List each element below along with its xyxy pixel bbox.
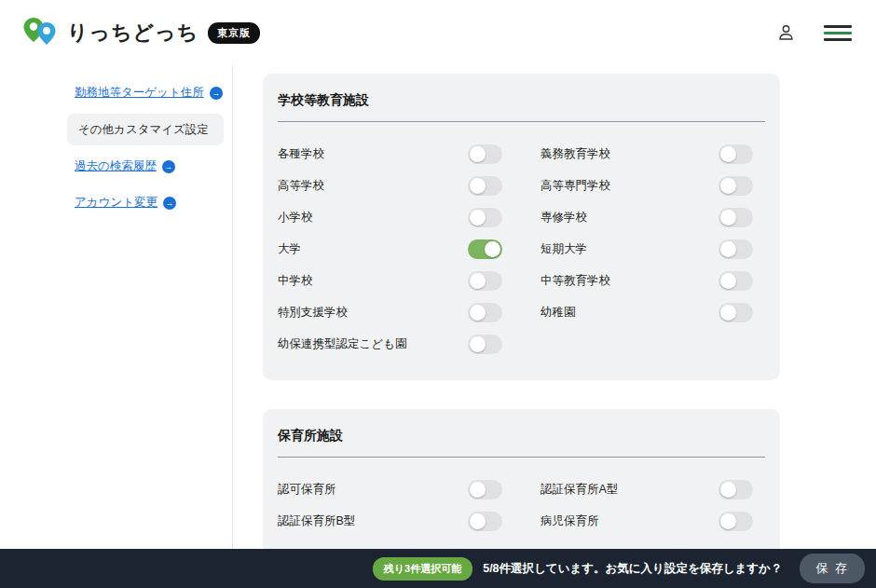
toggle-switch[interactable] xyxy=(719,271,753,291)
section-title: 保育所施設 xyxy=(278,425,765,444)
toggle-label: 中学校 xyxy=(278,273,313,289)
toggle-switch[interactable] xyxy=(468,335,502,354)
toggle-label: 病児保育所 xyxy=(541,513,599,529)
toggle-switch[interactable] xyxy=(719,303,753,322)
facility-card-schools: 学校等教育施設 各種学校義務教育学校高等学校高等専門学校小学校専修学校大学短期大… xyxy=(263,74,780,380)
selection-status-message: 5/8件選択しています。お気に入り設定を保存しますか？ xyxy=(483,561,782,577)
toggle-label: 義務教育学校 xyxy=(541,146,610,162)
toggle-grid: 各種学校義務教育学校高等学校高等専門学校小学校専修学校大学短期大学中学校中等教育… xyxy=(278,138,765,360)
toggle-switch[interactable] xyxy=(719,208,753,227)
sidebar-item-account-change[interactable]: アカウント変更 → xyxy=(67,185,224,221)
toggle-knob xyxy=(720,273,736,289)
toggle-switch[interactable] xyxy=(719,239,753,259)
sidebar-item-customize-settings[interactable]: その他カスタマイズ設定 xyxy=(67,114,224,145)
sidebar-link-label: 過去の検索履歴 xyxy=(75,158,157,174)
toggle-row: 小学校 xyxy=(278,201,502,233)
sidebar: 勤務地等ターゲット住所 → その他カスタマイズ設定 過去の検索履歴 → アカウン… xyxy=(0,65,233,588)
arrow-right-icon: → xyxy=(162,160,175,173)
toggle-knob xyxy=(720,305,736,321)
toggle-row: 病児保育所 xyxy=(541,505,765,537)
toggle-row: 高等専門学校 xyxy=(541,170,765,201)
toggle-label: 認証保育所A型 xyxy=(541,482,618,498)
toggle-switch[interactable] xyxy=(468,144,502,164)
menu-bar-top xyxy=(824,25,852,28)
toggle-knob xyxy=(470,305,486,321)
section-divider xyxy=(278,457,765,458)
facility-card-nurseries: 保育所施設 認可保育所認証保育所A型認証保育所B型病児保育所 xyxy=(263,409,780,557)
toggle-row: 認証保育所A型 xyxy=(541,473,765,505)
toggle-label: 認証保育所B型 xyxy=(278,513,355,529)
toggle-knob xyxy=(470,146,486,162)
toggle-switch[interactable] xyxy=(468,208,502,227)
toggle-switch[interactable] xyxy=(719,176,753,196)
arrow-right-icon: → xyxy=(210,87,223,100)
map-pins-icon xyxy=(22,17,58,48)
toggle-switch[interactable] xyxy=(468,512,502,531)
toggle-row: 中学校 xyxy=(278,265,502,296)
toggle-row: 認可保育所 xyxy=(278,473,502,505)
toggle-switch[interactable] xyxy=(468,271,502,291)
menu-bar-middle xyxy=(824,32,852,34)
toggle-label: 高等学校 xyxy=(278,178,324,194)
toggle-label: 認可保育所 xyxy=(278,482,336,498)
toggle-switch[interactable] xyxy=(468,239,502,259)
account-icon[interactable] xyxy=(778,24,794,41)
toggle-switch[interactable] xyxy=(468,303,502,322)
toggle-knob xyxy=(720,482,736,498)
toggle-label: 各種学校 xyxy=(278,146,324,162)
toggle-label: 幼保連携型認定こども園 xyxy=(278,336,406,352)
toggle-row: 認証保育所B型 xyxy=(278,505,502,537)
main-content: 学校等教育施設 各種学校義務教育学校高等学校高等専門学校小学校専修学校大学短期大… xyxy=(233,65,876,588)
toggle-knob xyxy=(470,210,486,226)
toggle-label: 中等教育学校 xyxy=(541,273,610,289)
toggle-row: 各種学校 xyxy=(278,138,502,170)
sidebar-item-search-history[interactable]: 過去の検索履歴 → xyxy=(67,148,224,185)
logo-text: りっちどっち xyxy=(67,19,198,47)
toggle-knob xyxy=(470,336,486,352)
toggle-label: 小学校 xyxy=(278,210,313,226)
toggle-knob xyxy=(720,513,736,529)
toggle-knob xyxy=(720,241,736,257)
toggle-knob xyxy=(470,273,486,289)
toggle-label: 高等専門学校 xyxy=(541,178,610,194)
arrow-right-icon: → xyxy=(163,197,176,210)
toggle-row: 専修学校 xyxy=(541,201,765,233)
sidebar-item-target-address[interactable]: 勤務地等ターゲット住所 → xyxy=(67,75,224,111)
toggle-label: 大学 xyxy=(278,241,301,257)
toggle-knob xyxy=(720,210,736,226)
toggle-knob xyxy=(720,178,736,194)
toggle-row: 特別支援学校 xyxy=(278,296,502,328)
logo[interactable]: りっちどっち 東京版 xyxy=(22,17,260,48)
sidebar-active-label: その他カスタマイズ設定 xyxy=(78,122,209,138)
save-button[interactable]: 保 存 xyxy=(800,554,865,583)
toggle-row: 大学 xyxy=(278,233,502,265)
toggle-switch[interactable] xyxy=(719,144,753,164)
toggle-label: 専修学校 xyxy=(541,210,587,226)
toggle-grid: 認可保育所認証保育所A型認証保育所B型病児保育所 xyxy=(278,473,765,537)
logo-edition-badge: 東京版 xyxy=(208,22,260,44)
toggle-switch[interactable] xyxy=(468,480,502,499)
remaining-count-badge: 残り3件選択可能 xyxy=(373,557,472,581)
toggle-row: 高等学校 xyxy=(278,170,502,201)
toggle-label: 短期大学 xyxy=(541,241,587,257)
toggle-knob xyxy=(720,146,736,162)
toggle-knob xyxy=(470,482,486,498)
save-footer-bar: 残り3件選択可能 5/8件選択しています。お気に入り設定を保存しますか？ 保 存 xyxy=(0,549,876,588)
menu-icon[interactable] xyxy=(824,25,852,41)
toggle-row: 短期大学 xyxy=(541,233,765,265)
toggle-knob xyxy=(485,241,500,257)
toggle-row: 中等教育学校 xyxy=(541,265,765,296)
sidebar-link-label: 勤務地等ターゲット住所 xyxy=(75,85,204,101)
toggle-row: 幼保連携型認定こども園 xyxy=(278,328,502,360)
toggle-row: 義務教育学校 xyxy=(541,138,765,170)
toggle-label: 特別支援学校 xyxy=(278,305,348,321)
app-header: りっちどっち 東京版 xyxy=(0,0,876,65)
toggle-switch[interactable] xyxy=(719,512,753,531)
toggle-switch[interactable] xyxy=(719,480,753,499)
toggle-switch[interactable] xyxy=(468,176,502,196)
menu-bar-bottom xyxy=(824,38,852,41)
sidebar-link-label: アカウント変更 xyxy=(75,195,157,211)
toggle-row: 幼稚園 xyxy=(541,296,765,328)
toggle-knob xyxy=(470,513,486,529)
section-divider xyxy=(278,121,765,122)
